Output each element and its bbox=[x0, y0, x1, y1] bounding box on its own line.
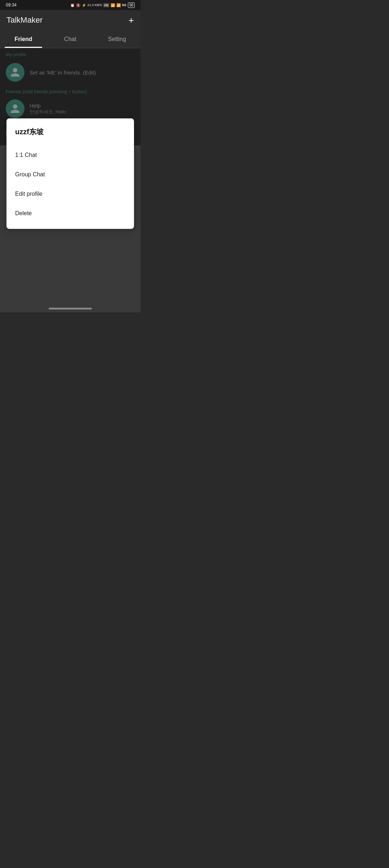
status-time: 09:34 bbox=[6, 3, 17, 8]
context-menu-item-group-chat[interactable]: Group Chat bbox=[15, 165, 125, 184]
home-indicator bbox=[49, 308, 92, 309]
page-wrapper: 09:34 ⏰ 🔇 ⚡ 21.0 KB/S HD 📶 📶 5G 98 TalkM… bbox=[0, 0, 140, 312]
wifi-icon: 📶 bbox=[111, 3, 115, 7]
app-title: TalkMaker bbox=[6, 15, 43, 25]
hd-icon: HD bbox=[103, 3, 109, 7]
signal-icon: 📶 bbox=[116, 3, 121, 7]
context-menu-title: uzzf东坡 bbox=[15, 127, 125, 137]
status-bar: 09:34 ⏰ 🔇 ⚡ 21.0 KB/S HD 📶 📶 5G 98 bbox=[0, 0, 140, 10]
add-button[interactable]: + bbox=[129, 15, 134, 25]
network-speed: 21.0 KB/S bbox=[88, 3, 102, 7]
bluetooth-icon: ⚡ bbox=[82, 3, 86, 7]
context-menu: uzzf东坡 1:1 Chat Group Chat Edit profile … bbox=[6, 118, 134, 229]
tab-bar: Friend Chat Setting bbox=[0, 30, 140, 48]
5g-icon: 5G bbox=[122, 3, 126, 7]
tab-setting[interactable]: Setting bbox=[94, 30, 140, 48]
context-menu-item-edit-profile[interactable]: Edit profile bbox=[15, 184, 125, 204]
context-menu-item-delete[interactable]: Delete bbox=[15, 204, 125, 223]
status-icons: ⏰ 🔇 ⚡ 21.0 KB/S HD 📶 📶 5G 98 bbox=[70, 3, 135, 8]
battery-icon: 98 bbox=[128, 3, 135, 8]
alarm-icon: ⏰ bbox=[70, 3, 75, 7]
mute-icon: 🔇 bbox=[76, 3, 80, 7]
context-menu-item-one-to-one-chat[interactable]: 1:1 Chat bbox=[15, 145, 125, 165]
tab-friend[interactable]: Friend bbox=[0, 30, 47, 48]
app-header: TalkMaker + bbox=[0, 10, 140, 30]
main-content: My profile Set as 'ME' in friends. (Edit… bbox=[0, 48, 140, 145]
tab-chat[interactable]: Chat bbox=[47, 30, 94, 48]
